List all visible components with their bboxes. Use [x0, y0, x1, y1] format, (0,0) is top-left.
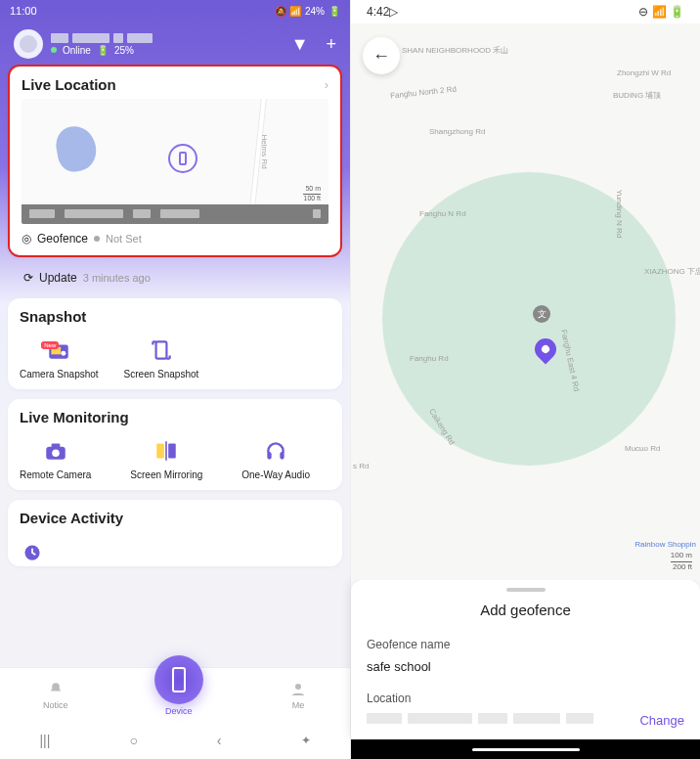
live-monitoring-title: Live Monitoring	[20, 409, 129, 425]
gesture-nav-bar	[351, 739, 700, 759]
road-label: Helms Rd	[260, 135, 269, 169]
back-button[interactable]: ←	[363, 37, 400, 74]
bottom-nav: Notice Device Me	[0, 667, 350, 722]
geofence-label: Geofence	[37, 232, 88, 246]
right-phone-screenshot: 4:42 ▷ ⊖ 📶 🔋 ← SHAN NEIGHBORHOOD 禾山 Fang…	[350, 0, 700, 759]
svg-rect-8	[168, 443, 176, 458]
android-nav-bar: ||| ○ ‹ ✦	[0, 722, 350, 759]
map-scale: 50 m 100 ft	[303, 185, 321, 202]
map-scale: 100 m 200 ft	[671, 551, 692, 572]
geofence-name-input[interactable]: safe school	[367, 659, 684, 674]
bell-icon	[47, 681, 65, 698]
nav-notice[interactable]: Notice	[43, 681, 68, 710]
headphones-icon	[263, 438, 288, 464]
live-location-card[interactable]: Live Location › Helms Rd 50 m 100 ft	[8, 65, 342, 257]
svg-rect-3	[156, 341, 167, 358]
snapshot-card: Snapshot New Camera Snapshot Screen Snap…	[8, 298, 342, 389]
home-pill[interactable]	[472, 748, 580, 751]
live-monitoring-card: Live Monitoring Remote Camera Screen Mir…	[8, 399, 342, 490]
map-view[interactable]: ← SHAN NEIGHBORHOOD 禾山 Fanghu North 2 Rd…	[351, 23, 700, 580]
accessibility-icon[interactable]: ✦	[301, 734, 311, 747]
map-poi-label: Rainbow Shoppin	[634, 540, 696, 549]
svg-point-13	[295, 684, 301, 690]
live-location-title: Live Location	[22, 76, 116, 93]
add-button[interactable]: +	[326, 34, 336, 55]
nav-device[interactable]	[154, 655, 203, 704]
clock-alarm-icon	[20, 539, 45, 564]
address-bar-redacted	[22, 204, 328, 224]
username-redacted	[51, 33, 284, 43]
snapshot-title: Snapshot	[20, 308, 86, 325]
geofence-icon: ◎	[22, 232, 31, 246]
chevron-right-icon: ›	[325, 77, 328, 92]
profile-header: Online 🔋 25% ▼ +	[0, 22, 350, 65]
avatar[interactable]	[14, 29, 43, 59]
home-button[interactable]: ○	[129, 733, 137, 748]
sheet-handle[interactable]	[506, 588, 546, 592]
geofence-value: Not Set	[106, 233, 142, 245]
mirror-icon	[153, 438, 179, 464]
nav-me[interactable]: Me	[289, 681, 307, 710]
svg-rect-6	[51, 443, 60, 447]
clock: 4:42	[367, 5, 389, 19]
geofence-name-label: Geofence name	[367, 638, 684, 651]
status-bar: 4:42 ▷ ⊖ 📶 🔋	[351, 0, 700, 23]
device-activity-title: Device Activity	[20, 510, 123, 526]
clock-icon: ⟳	[23, 271, 33, 285]
dropdown-icon[interactable]: ▼	[291, 34, 309, 55]
back-button[interactable]: ‹	[217, 733, 222, 748]
left-phone-screenshot: 11:00 🔕 📶 24% 🔋 Online 🔋 25% ▼ +	[0, 0, 350, 759]
screen-mirroring-button[interactable]: Screen Mirroring	[130, 438, 202, 480]
status-icons: ⊖ 📶 🔋	[638, 5, 684, 19]
online-status: Online	[63, 45, 91, 56]
live-location-map[interactable]: Helms Rd 50 m 100 ft	[22, 99, 328, 224]
status-bar: 11:00 🔕 📶 24% 🔋	[0, 0, 350, 22]
geofence-sheet: Add geofence Geofence name safe school L…	[351, 580, 700, 739]
location-value-redacted	[367, 713, 593, 724]
device-activity-card[interactable]: Device Activity	[8, 500, 342, 566]
remote-camera-button[interactable]: Remote Camera	[20, 438, 91, 480]
one-way-audio-button[interactable]: One-Way Audio	[241, 438, 310, 480]
poi-icon: 文	[533, 305, 550, 323]
recents-button[interactable]: |||	[39, 733, 50, 748]
map-lake	[53, 123, 99, 174]
update-row: ⟳ Update 3 minutes ago	[8, 267, 342, 289]
svg-point-2	[62, 351, 66, 356]
camera-snapshot-button[interactable]: New Camera Snapshot	[20, 337, 99, 380]
location-label: Location	[367, 692, 684, 705]
svg-rect-7	[157, 443, 165, 458]
device-pin-icon	[168, 144, 197, 173]
svg-point-5	[52, 449, 60, 457]
activity-item[interactable]	[20, 539, 45, 564]
screen-snapshot-button[interactable]: Screen Snapshot	[124, 337, 199, 380]
clock: 11:00	[10, 5, 37, 17]
phone-icon	[172, 667, 186, 692]
person-icon	[289, 681, 307, 698]
new-badge: New	[41, 341, 59, 349]
screen-snapshot-icon	[149, 337, 174, 363]
change-location-link[interactable]: Change	[639, 713, 684, 728]
camera-icon	[43, 438, 68, 464]
status-icons: 🔕 📶 24% 🔋	[275, 6, 340, 17]
svg-rect-11	[280, 452, 284, 460]
device-battery: 25%	[114, 45, 134, 56]
sheet-title: Add geofence	[367, 602, 684, 618]
svg-rect-10	[267, 452, 271, 460]
